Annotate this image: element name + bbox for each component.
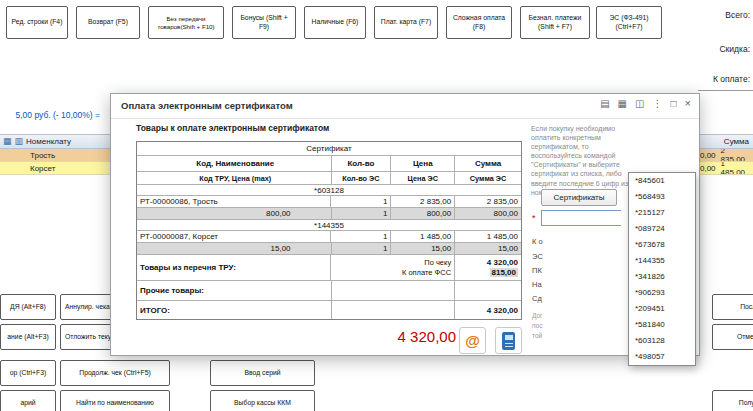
electronic-certificate-dialog: Оплата электронным сертификатом ▤ ▦ ◫ ⋮ …	[110, 93, 700, 356]
other-goods-label: Прочие товары:	[137, 281, 332, 300]
window-panels-icon[interactable]: ▦	[618, 99, 627, 109]
cert-item-row[interactable]: РТ-00000086, Трость 1 2 835,00 2 835,00	[137, 196, 521, 208]
dropdown-item[interactable]: *144355	[629, 253, 695, 269]
dropdown-item[interactable]: *089724	[629, 221, 695, 237]
dropdown-item[interactable]: *603128	[629, 333, 695, 349]
button-cash-drawer[interactable]: ДЯ (Alt+F8)	[0, 294, 56, 320]
discount-note: 5,00 руб. (- 10,00%) =	[0, 110, 100, 120]
receipt-item-discount: 0,00	[700, 164, 716, 173]
cert-table-header-row-1: Код, Наименование Кол-во Цена Сумма	[137, 156, 521, 172]
button-comment-fragment[interactable]: арий	[0, 390, 56, 411]
dropdown-item[interactable]: *581840	[629, 317, 695, 333]
summary-values: 4 320,00 815,00	[455, 255, 521, 280]
receipt-item-name: Корсет	[30, 164, 55, 173]
cert-summary-row: Товары из перечня ТРУ: По чеку К оплате …	[137, 255, 521, 281]
cert-group-row[interactable]: *603128	[137, 185, 521, 196]
tru-price: 800,00	[137, 208, 332, 219]
by-check-value: 4 320,00	[487, 258, 518, 267]
dropdown-item[interactable]: *341826	[629, 269, 695, 285]
button-find-by-name[interactable]: Найти по наименованию	[60, 390, 170, 411]
column-settings-icon[interactable]: ▦	[3, 137, 12, 146]
tru-unit-price: 800,00	[391, 208, 455, 219]
required-marker: *	[532, 213, 536, 223]
toolbar-button-complex-payment[interactable]: Сложная оплата (F8)	[446, 6, 512, 39]
button-ctrlf3-fragment[interactable]: ор (Ctrl+F3)	[0, 360, 56, 386]
item-price: 1 485,00	[391, 231, 455, 242]
tru-sum: 800,00	[455, 208, 521, 219]
total-row: ИТОГО: 4 320,00	[137, 301, 521, 319]
toolbar-button-bonuses[interactable]: Бонусы (Shift + F9)	[232, 6, 296, 39]
button-last-fragment[interactable]: Послед	[712, 294, 753, 320]
receipt-row-trost[interactable]: Трость	[0, 149, 110, 162]
certificate-dropdown-list: *845601 *568493 *215127 *089724 *673678 …	[628, 172, 696, 366]
dialog-subtitle: Товары к оплате электронным сертификатом	[136, 123, 329, 133]
total-row-label: ИТОГО:	[137, 301, 332, 319]
toolbar-button-cashless[interactable]: Безнал. платежи (Shift + F7)	[520, 6, 590, 39]
column-list-icon[interactable]: ▥	[15, 137, 24, 146]
receipt-row-korset-sums[interactable]: 0,00 1 485,00	[700, 162, 753, 175]
col-header-name: Код, Наименование	[137, 156, 332, 171]
total-row-value: 4 320,00	[455, 301, 521, 319]
toolbar-button-payment-card[interactable]: Плат. карта (F7)	[374, 6, 438, 39]
dropdown-item[interactable]: *215127	[629, 205, 695, 221]
close-icon[interactable]: ×	[685, 98, 691, 109]
tru-sum: 15,00	[455, 243, 521, 254]
at-icon: @	[465, 333, 480, 348]
field-fragment: той	[532, 332, 542, 339]
more-icon[interactable]: ⋮	[653, 99, 663, 109]
cert-tru-row[interactable]: 15,00 1 15,00 15,00	[137, 243, 521, 255]
receipt-row-trost-sums[interactable]: 0,00 2 835,00	[700, 149, 753, 162]
dialog-titlebar-icons: ▤ ▦ ◫ ⋮ □ ×	[600, 98, 691, 109]
dropdown-item[interactable]: *568493	[629, 189, 695, 205]
toolbar-button-return[interactable]: Возврат (F5)	[76, 6, 140, 39]
field-fragment: ЭС	[532, 252, 543, 261]
certificate-combo: ▾	[541, 210, 621, 226]
certificates-button[interactable]: Сертификаты	[541, 189, 617, 206]
field-fragment: Дог	[532, 312, 542, 319]
other-goods-empty	[332, 281, 456, 300]
button-altf3-fragment[interactable]: ание (Alt+F3)	[0, 324, 56, 350]
dropdown-item[interactable]: *498057	[629, 349, 695, 365]
help-icon[interactable]: ◫	[635, 99, 644, 109]
dialog-title: Оплата электронным сертификатом	[121, 100, 293, 111]
dialog-titlebar[interactable]: Оплата электронным сертификатом ▤ ▦ ◫ ⋮ …	[111, 94, 699, 119]
cert-table-title-row: Сертификат	[137, 142, 521, 156]
button-receive-fragment[interactable]: Получит	[712, 390, 753, 411]
amount-due: 4 320,00	[341, 328, 456, 345]
button-cancel-fragment[interactable]: Отмен бе	[712, 324, 753, 350]
email-receipt-button[interactable]: @	[459, 327, 486, 354]
col-header-qty-es: Кол-во ЭС	[332, 172, 392, 184]
item-price: 2 835,00	[391, 196, 455, 207]
cert-table-header-row-2: Код ТРУ, Цена (max) Кол-во ЭС Цена ЭС Су…	[137, 172, 521, 185]
certificate-hint-text: Если покупку необходимо оплатить конкрет…	[531, 124, 631, 197]
total-label: Всего:	[650, 10, 750, 20]
col-header-price: Цена	[391, 156, 455, 171]
dropdown-item[interactable]: *845601	[629, 173, 695, 189]
button-continue-check[interactable]: Продолж. чек (Ctrl+F5)	[60, 360, 170, 386]
cert-item-row[interactable]: РТ-00000087, Корсет 1 1 485,00 1 485,00	[137, 231, 521, 243]
col-header-price-es: Цена ЭС	[391, 172, 455, 184]
receipt-row-korset[interactable]: Корсет	[0, 162, 110, 175]
discount-label: Скидка:	[650, 44, 750, 54]
col-header-qty: Кол-во	[332, 156, 392, 171]
item-sum: 1 485,00	[455, 231, 521, 242]
summary-captions: По чеку К оплате ФСС	[331, 255, 455, 280]
toolbar-button-edit-rows[interactable]: Ред. строки (F4)	[6, 6, 68, 39]
toolbar-button-no-goods-transfer[interactable]: Без передачи товаров(Shift + F10)	[148, 6, 224, 39]
cert-number: *603128	[137, 185, 521, 195]
button-series-input[interactable]: Ввод серий	[210, 360, 315, 386]
dropdown-item[interactable]: *209451	[629, 301, 695, 317]
item-qty: 1	[331, 231, 391, 242]
terminal-icon	[502, 332, 515, 350]
col-header-sum-es: Сумма ЭС	[455, 172, 521, 184]
button-select-kkm[interactable]: Выбор кассы ККМ	[210, 390, 315, 411]
window-settings-icon[interactable]: ▤	[600, 99, 609, 109]
maximize-icon[interactable]: □	[671, 99, 677, 109]
payment-terminal-button[interactable]	[495, 327, 522, 354]
by-check-label: По чеку	[424, 258, 451, 267]
toolbar-button-cash[interactable]: Наличные (F6)	[304, 6, 366, 39]
cert-tru-row[interactable]: 800,00 1 800,00 800,00	[137, 208, 521, 220]
dropdown-item[interactable]: *673678	[629, 237, 695, 253]
cert-group-row[interactable]: *144355	[137, 220, 521, 231]
dropdown-item[interactable]: *906293	[629, 285, 695, 301]
